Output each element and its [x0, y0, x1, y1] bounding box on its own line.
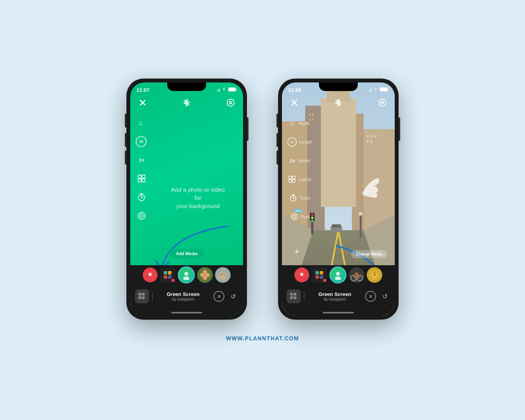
svg-rect-34 [138, 296, 141, 299]
svg-text:♫: ♫ [290, 120, 294, 126]
svg-point-17 [140, 214, 143, 217]
battery-icon-right [380, 87, 388, 93]
close-btn-right[interactable] [289, 97, 300, 108]
wifi-icon-left [221, 88, 227, 92]
dual-btn-right[interactable]: Dual NEW [287, 211, 312, 222]
svg-rect-54 [367, 140, 369, 143]
website-url: WWW.PLANNTHAT.COM [226, 335, 299, 341]
close-btn-left[interactable] [137, 97, 148, 108]
add-media-btn[interactable]: Add Media [170, 249, 204, 258]
dual-btn-left[interactable] [136, 210, 147, 222]
gallery-btn-right[interactable] [312, 267, 327, 283]
gallery-btn-left[interactable] [160, 267, 175, 283]
avatar-btn-right[interactable] [329, 266, 346, 284]
svg-rect-11 [142, 179, 145, 182]
close-circle-btn-left[interactable]: ✕ [214, 291, 224, 302]
photo2-btn-left[interactable] [215, 267, 231, 283]
svg-rect-107 [294, 296, 296, 299]
battery-icon-left [228, 87, 237, 93]
svg-text:$: $ [373, 271, 376, 277]
signal-icon-left: ..ᵻ [216, 88, 220, 93]
phone-left: 11:07 ..ᵻ [126, 79, 247, 320]
layout-btn-right[interactable]: Layout [287, 173, 312, 185]
svg-point-28 [203, 276, 207, 280]
svg-rect-53 [374, 135, 376, 138]
svg-rect-20 [164, 275, 167, 279]
filter-label-left: Green Screen by instagram [156, 291, 210, 301]
svg-rect-91 [320, 271, 323, 275]
star-btn-right[interactable] [294, 268, 309, 282]
close-circle-btn-right[interactable]: ✕ [365, 291, 376, 302]
status-icons-right: ..ᵻ [368, 87, 388, 93]
svg-rect-10 [138, 179, 141, 182]
notch-right [319, 82, 358, 91]
reload-btn-right[interactable]: ↺ [379, 291, 390, 302]
settings-btn-left[interactable] [225, 97, 236, 108]
svg-point-16 [138, 212, 145, 219]
change-media-btn[interactable]: Change Media [351, 250, 387, 258]
flash-btn-right[interactable] [333, 97, 344, 108]
filter-grid-btn-right[interactable] [287, 289, 301, 303]
phones-container: 11:07 ..ᵻ [126, 79, 399, 320]
top-bar-left [130, 97, 243, 108]
photo1-btn-left[interactable] [197, 267, 213, 283]
svg-rect-48 [312, 114, 314, 116]
svg-rect-19 [168, 271, 172, 275]
svg-rect-41 [321, 98, 356, 207]
length-btn-right[interactable]: 30 Length [287, 136, 312, 148]
svg-point-6 [229, 102, 232, 104]
divider-right [304, 292, 304, 301]
svg-rect-9 [142, 175, 145, 178]
avatar-btn-left[interactable] [178, 266, 195, 284]
speed-btn-right[interactable]: 1× Speed [287, 155, 312, 166]
svg-rect-32 [138, 293, 141, 296]
svg-rect-8 [138, 175, 141, 178]
svg-rect-55 [371, 140, 373, 143]
svg-point-89 [293, 215, 296, 218]
reload-btn-left[interactable]: ↺ [228, 291, 238, 302]
svg-rect-73 [388, 89, 389, 91]
filter-bar-left: Green Screen by instagram ✕ ↺ [130, 285, 243, 308]
svg-rect-70 [360, 215, 362, 238]
filter-sub-left: by instagram [172, 297, 194, 301]
music-btn-left[interactable]: ♫ [136, 117, 147, 129]
filter-grid-btn-left[interactable] [135, 289, 149, 303]
star-btn-left[interactable] [143, 268, 158, 282]
settings-btn-right[interactable] [377, 97, 388, 108]
layout-btn-left[interactable] [136, 173, 147, 184]
svg-point-78 [381, 102, 383, 104]
svg-rect-0 [228, 88, 236, 91]
svg-text:♫: ♫ [138, 120, 143, 126]
svg-rect-99 [355, 273, 358, 275]
svg-point-31 [218, 272, 228, 280]
sparkle-btn-right[interactable] [293, 248, 301, 257]
time-left: 11:07 [136, 87, 149, 93]
timer-btn-left[interactable] [136, 191, 147, 203]
flash-btn-left[interactable] [181, 97, 192, 108]
svg-rect-80 [289, 176, 292, 179]
photo2-btn-right[interactable]: $ [367, 267, 382, 283]
home-indicator-left [171, 312, 202, 313]
svg-rect-106 [290, 296, 293, 299]
svg-rect-104 [290, 293, 293, 296]
status-icons-left: ..ᵻ [216, 87, 237, 93]
filter-name-left: Green Screen [167, 291, 200, 297]
svg-rect-105 [294, 293, 296, 296]
gallery-dot [172, 279, 175, 282]
svg-rect-21 [168, 275, 172, 279]
svg-point-77 [379, 99, 386, 106]
photo1-btn-right[interactable] [349, 267, 364, 283]
music-btn-right[interactable]: ♫ Audio [287, 117, 312, 129]
svg-rect-18 [164, 271, 167, 275]
filter-bar-right: Green Screen by instagram ✕ ↺ [282, 285, 395, 308]
length-btn-left[interactable]: 30 [136, 136, 147, 147]
svg-rect-83 [292, 180, 295, 182]
time-right: 11:08 [288, 87, 301, 93]
timer-btn-right[interactable]: Timer [287, 192, 312, 204]
svg-point-95 [335, 276, 341, 280]
speed-btn-left[interactable]: 1× [136, 154, 147, 166]
new-badge: NEW [294, 209, 302, 212]
svg-point-26 [203, 270, 207, 274]
filter-sub-right: by instagram [324, 297, 346, 301]
svg-point-23 [183, 276, 189, 280]
